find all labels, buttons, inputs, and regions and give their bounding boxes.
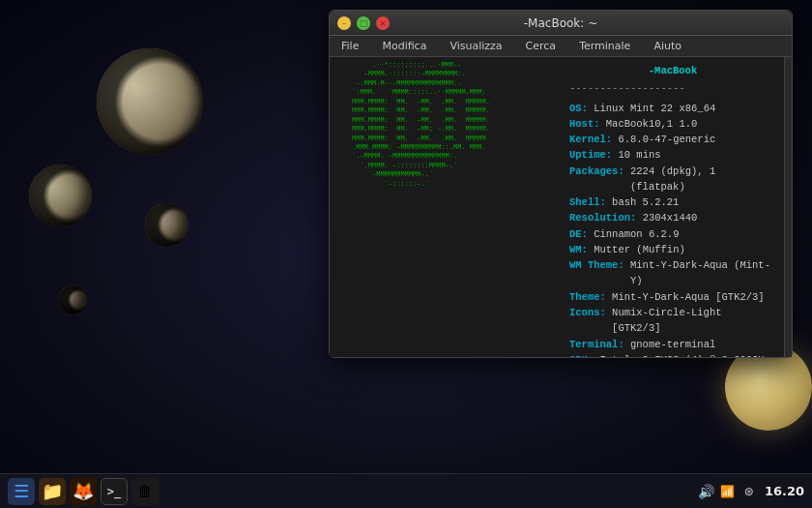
network-icon[interactable]: 📶 [720, 484, 736, 499]
volume-icon[interactable]: 🔊 [699, 484, 714, 499]
sysinfo-kernel: Kernel: 6.8.0-47-generic [569, 132, 776, 147]
taskbar: ☰ 📁 🦊 >_ 🗑 🔊 📶 ⊛ 16.20 [0, 473, 812, 508]
firefox-icon: 🦊 [72, 481, 94, 501]
sysinfo-terminal: Terminal: gnome-terminal [569, 337, 776, 352]
moon-tiny [58, 285, 87, 314]
terminal-content-area: .··*::::;:::;...·MMM–- –MMMM.·::::::·–MM… [330, 57, 792, 357]
menu-cerca[interactable]: Cerca [522, 38, 561, 54]
taskbar-left: ☰ 📁 🦊 >_ 🗑 [8, 478, 159, 505]
clock: 16.20 [765, 484, 804, 498]
sysinfo-cpu: CPU: Intel m3-7Y32 (4) @ 3.000GHz [569, 352, 776, 357]
firefox-button[interactable]: 🦊 [70, 478, 97, 505]
sysinfo-title: -MacBook [569, 63, 776, 78]
moon-phases-decoration [0, 0, 222, 406]
menu-icon: ☰ [14, 481, 29, 501]
close-button[interactable]: × [376, 16, 390, 30]
sysinfo-resolution: Resolution: 2304x1440 [569, 210, 776, 225]
sysinfo-shell: Shell: bash 5.2.21 [569, 194, 776, 210]
trash-button[interactable]: 🗑 [131, 478, 159, 505]
terminal-menubar: File Modifica Visualizza Cerca Terminale… [330, 36, 792, 57]
system-tray: 🔊 📶 ⊛ [699, 484, 757, 499]
sysinfo-host: Host: MacBook10,1 1.0 [569, 116, 776, 132]
terminal-scrollbar[interactable] [784, 57, 792, 357]
sysinfo-packages: Packages: 2224 (dpkg), 1 (flatpak) [569, 164, 776, 195]
maximize-button[interactable]: □ [357, 16, 370, 30]
sysinfo-uptime: Uptime: 10 mins [569, 147, 776, 163]
files-icon: 📁 [42, 481, 63, 501]
moon-mid1 [29, 164, 92, 227]
menu-visualizza[interactable]: Visualizza [446, 38, 506, 54]
sysinfo-separator: ------------------- [569, 80, 776, 96]
terminal-ascii-art: .··*::::;:::;...·MMM–- –MMMM.·::::::·–MM… [330, 57, 562, 357]
sysinfo-theme: Theme: Mint-Y-Dark-Aqua [GTK2/3] [569, 289, 776, 305]
moon-large [97, 48, 203, 155]
menu-terminale[interactable]: Terminale [575, 38, 634, 54]
sysinfo-icons: Icons: Numix-Circle-Light [GTK2/3] [569, 305, 776, 337]
moon-small1 [145, 203, 188, 247]
sysinfo-os: OS: Linux Mint 22 x86_64 [569, 101, 776, 116]
minimize-button[interactable]: – [337, 16, 351, 30]
titlebar-buttons: – □ × [337, 16, 390, 30]
sysinfo-wm: WM: Mutter (Muffin) [569, 242, 776, 257]
menu-file[interactable]: File [337, 38, 362, 54]
terminal-window: – □ × -MacBook: ~ File Modifica Visualiz… [329, 10, 793, 358]
terminal-sysinfo: -MacBook ------------------- OS: Linux M… [562, 57, 784, 357]
window-title: -MacBook: ~ [524, 16, 597, 30]
menu-aiuto[interactable]: Aiuto [650, 38, 685, 54]
wifi-icon[interactable]: ⊛ [741, 484, 757, 499]
taskbar-right: 🔊 📶 ⊛ 16.20 [699, 484, 804, 499]
terminal-icon: >_ [107, 485, 121, 498]
terminal-button[interactable]: >_ [101, 478, 128, 505]
menu-button[interactable]: ☰ [8, 478, 35, 505]
menu-modifica[interactable]: Modifica [378, 38, 430, 54]
terminal-titlebar: – □ × -MacBook: ~ [330, 11, 792, 36]
sysinfo-wm-theme: WM Theme: Mint-Y-Dark-Aqua (Mint-Y) [569, 257, 776, 289]
files-button[interactable]: 📁 [39, 478, 66, 505]
sysinfo-de: DE: Cinnamon 6.2.9 [569, 226, 776, 242]
trash-icon: 🗑 [137, 482, 153, 500]
